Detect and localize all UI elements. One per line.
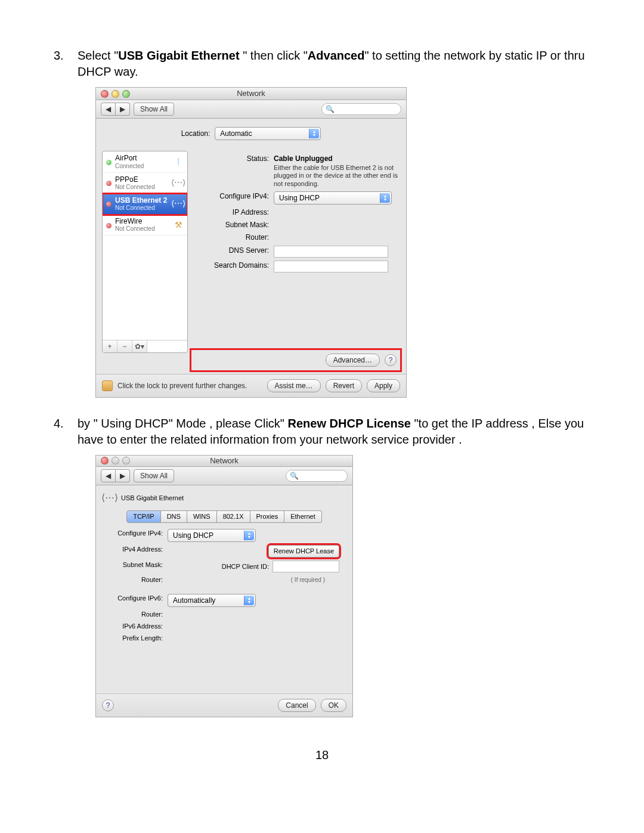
apply-button[interactable]: Apply — [367, 379, 400, 392]
ipv6-address-label: IPv6 Address: — [106, 622, 168, 631]
ipv4-address-label: IPv4 Address: — [106, 545, 168, 554]
forward-button[interactable]: ▶ — [116, 103, 130, 116]
screenshot-network-prefs: Network ◀ ▶ Show All 🔍 Location: Automat… — [95, 87, 407, 398]
status-dot-icon — [106, 160, 112, 165]
assist-me-button[interactable]: Assist me… — [267, 379, 321, 392]
search-input[interactable]: 🔍 — [286, 470, 348, 482]
show-all-button[interactable]: Show All — [134, 103, 174, 116]
location-label: Location: — [181, 129, 210, 138]
status-value: Cable Unplugged — [274, 154, 333, 163]
toolbar: ◀ ▶ Show All 🔍 — [96, 100, 406, 119]
revert-button[interactable]: Revert — [326, 379, 362, 392]
sidebar-item-pppoe[interactable]: PPPoENot Connected ⟨⋯⟩ — [103, 173, 187, 194]
dhcp-client-id-label: DHCP Client ID: — [222, 562, 269, 571]
window-title: Network — [96, 88, 406, 99]
subnet-mask-label: Subnet Mask: — [191, 220, 274, 230]
pppoe-icon: ⟨⋯⟩ — [173, 178, 184, 188]
step-4: 4. by " Using DHCP" Mode , please Click"… — [54, 416, 590, 717]
service-list[interactable]: AirPortConnected ⧙ PPPoENot Connected ⟨⋯… — [102, 151, 188, 353]
dropdown-arrows-icon: ▴▾ — [244, 531, 254, 540]
tab-bar: TCP/IP DNS WINS 802.1X Proxies Ethernet — [96, 510, 352, 523]
prefix-length-label: Prefix Length: — [106, 634, 168, 643]
dns-server-field[interactable] — [274, 246, 388, 258]
step-4-number: 4. — [54, 416, 64, 432]
renew-dhcp-lease-button[interactable]: Renew DHCP Lease — [268, 545, 339, 558]
cancel-button[interactable]: Cancel — [278, 699, 315, 712]
router6-label: Router: — [106, 610, 168, 619]
lock-icon[interactable] — [102, 380, 113, 391]
location-popup[interactable]: Automatic ▴▾ — [215, 127, 321, 140]
configure-ipv4-label: Configure IPv4: — [191, 191, 274, 201]
back-button[interactable]: ◀ — [101, 469, 116, 482]
step-3-number: 3. — [54, 48, 64, 64]
dropdown-arrows-icon: ▴▾ — [309, 129, 319, 138]
configure-ipv4-popup[interactable]: Using DHCP ▴▾ — [274, 191, 392, 205]
tab-8021x[interactable]: 802.1X — [217, 510, 250, 523]
tab-proxies[interactable]: Proxies — [250, 510, 285, 523]
screenshot-tcpip-sheet: Network ◀ ▶ Show All 🔍 ⟨⋯⟩ USB Gigabit E… — [95, 455, 353, 717]
search-domains-field[interactable] — [274, 261, 388, 272]
dns-server-label: DNS Server: — [191, 246, 274, 255]
back-button[interactable]: ◀ — [101, 103, 116, 116]
subnet-mask-label: Subnet Mask: — [106, 561, 168, 569]
tab-wins[interactable]: WINS — [187, 510, 217, 523]
remove-service-button[interactable]: − — [117, 340, 132, 352]
configure-ipv6-label: Configure IPv6: — [106, 594, 168, 603]
dropdown-arrows-icon: ▴▾ — [244, 596, 254, 605]
toolbar: ◀ ▶ Show All 🔍 — [96, 467, 352, 485]
router-label: Router: — [191, 233, 274, 242]
configure-ipv4-label: Configure IPv4: — [106, 529, 168, 538]
wifi-icon: ⧙ — [173, 156, 184, 167]
help-icon[interactable]: ? — [102, 699, 114, 711]
title-bar: Network — [96, 88, 406, 100]
forward-button[interactable]: ▶ — [116, 469, 130, 482]
status-dot-icon — [106, 181, 112, 186]
status-label: Status: — [191, 154, 274, 163]
tab-dns[interactable]: DNS — [161, 510, 187, 523]
page-number: 18 — [54, 747, 590, 763]
tab-tcpip[interactable]: TCP/IP — [126, 510, 160, 523]
lock-message: Click the lock to prevent further change… — [117, 381, 247, 391]
status-dot-icon — [106, 202, 112, 207]
configure-ipv6-popup[interactable]: Automatically ▴▾ — [168, 594, 256, 607]
service-name: USB Gigabit Ethernet — [121, 494, 184, 503]
window-title: Network — [96, 456, 352, 466]
advanced-button[interactable]: Advanced… — [326, 354, 380, 367]
search-domains-label: Search Domains: — [191, 261, 274, 270]
dhcp-client-id-field[interactable] — [273, 561, 339, 572]
sidebar-item-usb-ethernet[interactable]: USB Ethernet 2Not Connected ⟨⋯⟩ — [103, 194, 187, 215]
firewire-icon: ⚒ — [173, 219, 184, 230]
status-description: Either the cable for USB Ethernet 2 is n… — [274, 164, 399, 188]
dropdown-arrows-icon: ▴▾ — [380, 193, 390, 203]
title-bar: Network — [96, 456, 352, 467]
ethernet-icon: ⟨⋯⟩ — [173, 199, 184, 209]
search-input[interactable]: 🔍 — [321, 103, 401, 115]
show-all-button[interactable]: Show All — [134, 469, 174, 482]
step-3: 3. Select "USB Gigabit Ethernet " then c… — [54, 48, 590, 398]
add-service-button[interactable]: + — [103, 340, 117, 352]
ok-button[interactable]: OK — [321, 699, 346, 712]
sidebar-item-firewire[interactable]: FireWireNot Connected ⚒ — [103, 215, 187, 236]
service-actions-button[interactable]: ✿▾ — [132, 340, 147, 352]
router-label: Router: — [106, 575, 168, 584]
sidebar-item-airport[interactable]: AirPortConnected ⧙ — [103, 151, 187, 172]
configure-ipv4-popup[interactable]: Using DHCP ▴▾ — [168, 529, 256, 542]
if-required-note: ( If required ) — [291, 577, 325, 583]
status-dot-icon — [106, 223, 112, 228]
ethernet-icon: ⟨⋯⟩ — [103, 491, 116, 504]
tab-ethernet[interactable]: Ethernet — [284, 510, 322, 523]
ip-address-label: IP Address: — [191, 208, 274, 217]
help-icon[interactable]: ? — [385, 354, 397, 366]
